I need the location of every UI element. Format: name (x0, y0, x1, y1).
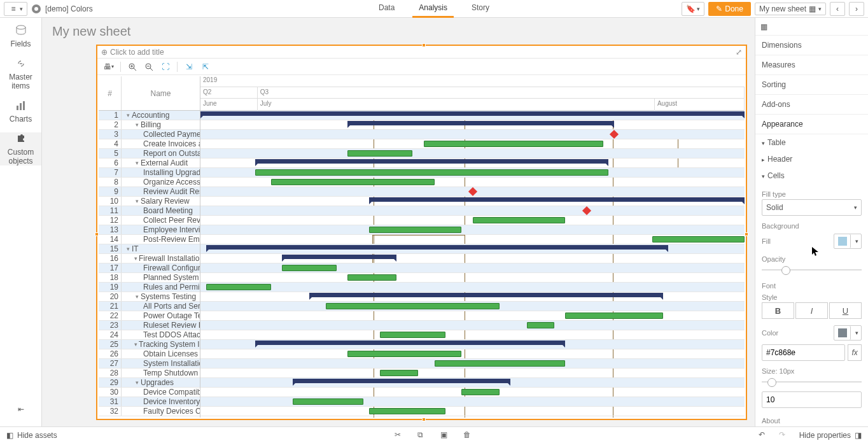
grid-icon[interactable]: ▦ (760, 22, 767, 31)
table-row[interactable]: 14Post-Review Employee Induction (99, 235, 200, 244)
table-row[interactable]: 13Employee Interviews (99, 225, 200, 235)
tab-story[interactable]: Story (465, 0, 496, 18)
tree-toggle-icon[interactable]: ▾ (134, 198, 139, 204)
table-row[interactable]: 32Faulty Devices Check (99, 407, 200, 416)
table-row[interactable]: 6▾External Audit (99, 158, 200, 168)
timeline-row[interactable] (200, 111, 745, 120)
task-bar[interactable] (435, 360, 565, 367)
menu-button[interactable]: ≡▾ (4, 2, 27, 16)
table-row[interactable]: 17Firewall Configuration (99, 264, 200, 273)
task-bar[interactable] (369, 408, 445, 414)
resize-handle-top[interactable] (422, 43, 426, 47)
timeline-row[interactable] (200, 264, 745, 273)
timeline-row[interactable] (200, 321, 745, 330)
table-row[interactable]: 23Ruleset Review If Needed (99, 321, 200, 330)
sidebar-collapse-button[interactable]: ⇤ (0, 405, 41, 420)
opacity-slider[interactable] (762, 265, 862, 274)
table-row[interactable]: 19Rules and Permissions Audit (99, 283, 200, 292)
chevron-down-icon[interactable]: ▾ (853, 330, 861, 336)
timeline-row[interactable] (200, 130, 745, 139)
fill-color-picker[interactable] (834, 234, 851, 248)
sheet-title[interactable]: My new sheet (50, 24, 747, 39)
resize-handle-right[interactable] (745, 232, 748, 236)
timeline-row[interactable] (200, 397, 745, 407)
timeline-row[interactable] (200, 388, 745, 397)
font-color-picker[interactable] (834, 326, 851, 340)
summary-bar[interactable] (369, 197, 745, 202)
task-bar[interactable] (347, 150, 413, 157)
props-addons[interactable]: Add-ons (755, 95, 868, 115)
resize-handle-bottom[interactable] (422, 418, 426, 421)
summary-bar[interactable] (200, 111, 745, 116)
fill-type-select[interactable]: Solid▾ (762, 199, 862, 216)
table-row[interactable]: 24Test DDOS Attack (99, 330, 200, 340)
grid-header-num[interactable]: # (99, 76, 122, 110)
task-bar[interactable] (347, 351, 462, 357)
task-bar[interactable] (527, 322, 554, 328)
chevron-down-icon[interactable]: ▾ (853, 238, 861, 244)
task-bar[interactable] (380, 370, 418, 376)
table-row[interactable]: 31Device Inventory (99, 397, 200, 407)
timeline-row[interactable] (200, 369, 745, 378)
collapse-all-icon[interactable]: ⇱ (200, 62, 211, 72)
hide-properties-button[interactable]: Hide properties ◨ (799, 431, 862, 440)
table-row[interactable]: 4Create Invoices and Send to Customers (99, 139, 200, 149)
tree-toggle-icon[interactable]: ▾ (134, 255, 137, 262)
task-bar[interactable] (652, 236, 745, 243)
expand-icon[interactable]: ⤢ (736, 48, 742, 57)
table-row[interactable]: 29▾Upgrades (99, 378, 200, 388)
sheet-selector[interactable]: My new sheet ▦ ▾ (755, 3, 826, 15)
timeline-row[interactable] (200, 178, 745, 187)
undo-icon[interactable]: ↶ (759, 430, 769, 440)
timeline-row[interactable] (200, 187, 745, 197)
table-row[interactable]: 22Power Outage Tests (99, 311, 200, 321)
sidebar-item-charts[interactable]: Charts (0, 99, 41, 123)
task-bar[interactable] (347, 274, 396, 281)
size-input[interactable] (762, 391, 862, 408)
size-slider[interactable] (762, 377, 862, 386)
tab-analysis[interactable]: Analysis (412, 0, 454, 18)
task-bar[interactable] (380, 332, 445, 338)
timeline-row[interactable] (200, 235, 745, 244)
table-row[interactable]: 18Planned System Restart (99, 273, 200, 283)
delete-icon[interactable]: 🗑 (463, 430, 473, 440)
timeline-row[interactable] (200, 378, 745, 388)
table-row[interactable]: 7Installing Upgrades (99, 168, 200, 178)
props-dimensions[interactable]: Dimensions (755, 36, 868, 55)
timeline-row[interactable] (200, 292, 745, 302)
timeline-row[interactable] (200, 359, 745, 369)
fit-icon[interactable]: ⛶ (160, 62, 171, 72)
sidebar-item-fields[interactable]: Fields (0, 24, 41, 48)
cut-icon[interactable]: ✂ (395, 430, 405, 440)
timeline-row[interactable] (200, 273, 745, 283)
accordion-header[interactable]: ▸Header (755, 151, 868, 167)
task-bar[interactable] (424, 141, 603, 147)
summary-bar[interactable] (255, 341, 565, 345)
table-row[interactable]: 15▾IT (99, 244, 200, 254)
timeline-row[interactable] (200, 120, 745, 130)
next-sheet-button[interactable]: › (849, 2, 864, 16)
bold-button[interactable]: B (762, 302, 794, 319)
milestone-marker[interactable] (610, 130, 619, 139)
table-row[interactable]: 16▾Firewall Installation (99, 254, 200, 264)
timeline-row[interactable] (200, 330, 745, 340)
task-bar[interactable] (565, 313, 663, 319)
sidebar-item-custom-objects[interactable]: Custom objects (0, 132, 41, 165)
props-measures[interactable]: Measures (755, 55, 868, 75)
timeline-row[interactable] (200, 225, 745, 235)
task-bar[interactable] (473, 217, 565, 223)
summary-bar[interactable] (347, 121, 614, 125)
task-bar[interactable] (271, 179, 435, 185)
table-row[interactable]: 8Organize Access for External Auditors (99, 178, 200, 187)
table-row[interactable]: 25▾Tracking System Installation (99, 340, 200, 349)
table-row[interactable]: 1▾Accounting (99, 111, 200, 120)
zoom-out-icon[interactable] (144, 62, 154, 72)
underline-button[interactable]: U (829, 302, 862, 319)
timeline-row[interactable] (200, 168, 745, 178)
tree-toggle-icon[interactable]: ▾ (134, 379, 139, 386)
timeline-row[interactable] (200, 216, 745, 225)
italic-button[interactable]: I (795, 302, 828, 319)
table-row[interactable]: 26Obtain Licenses from the Vendor (99, 349, 200, 359)
task-bar[interactable] (255, 169, 609, 176)
summary-bar[interactable] (309, 293, 663, 297)
